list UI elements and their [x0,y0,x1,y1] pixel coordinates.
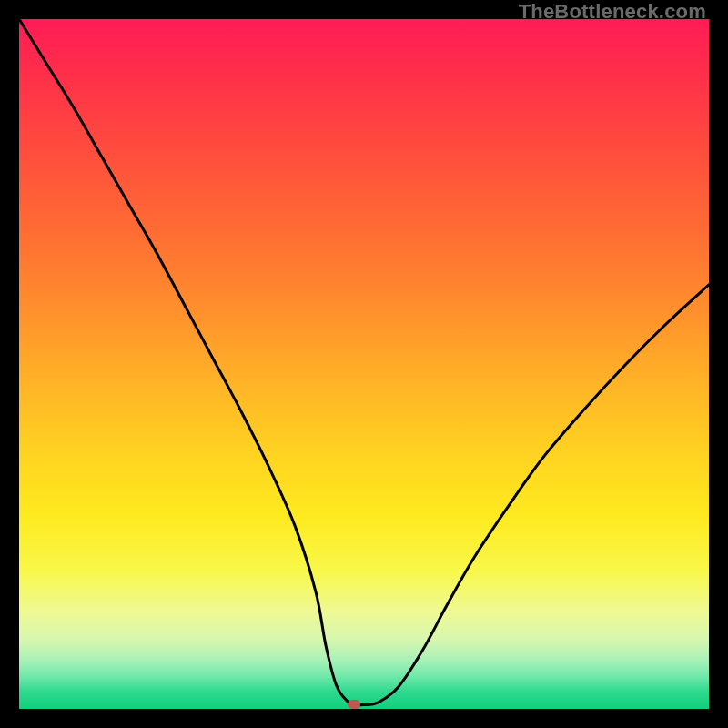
bottleneck-curve [19,19,709,709]
curve-path [19,19,709,705]
watermark: TheBottleneck.com [519,0,706,24]
optimal-point-marker [348,700,360,709]
chart-frame: TheBottleneck.com [0,0,728,728]
